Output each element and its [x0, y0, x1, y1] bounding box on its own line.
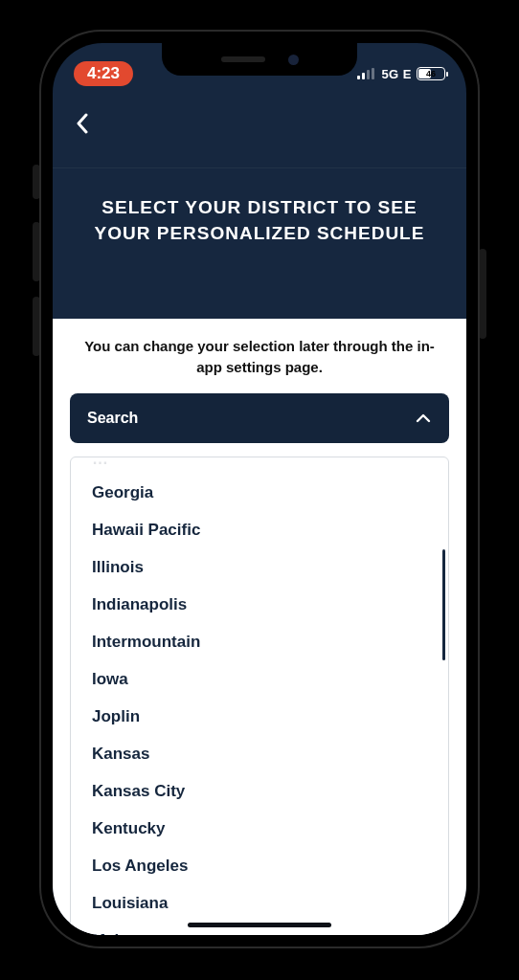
device-frame: 4:23 5G E 46 — [39, 30, 480, 948]
list-item[interactable]: Indianapolis — [92, 587, 427, 624]
list-item[interactable]: Louisiana — [92, 885, 427, 923]
list-item[interactable]: Kansas City — [92, 773, 427, 811]
hint-text: You can change your selection later thro… — [70, 332, 449, 393]
device-power-button — [479, 249, 486, 339]
nav-bar — [53, 93, 466, 154]
device-notch — [162, 43, 357, 76]
content-sheet: You can change your selection later thro… — [53, 319, 466, 935]
search-label: Search — [87, 410, 138, 427]
status-time-recording-pill[interactable]: 4:23 — [74, 61, 133, 86]
list-item[interactable]: Joplin — [92, 699, 427, 736]
back-button[interactable] — [66, 107, 99, 140]
page-heading: SELECT YOUR DISTRICT TO SEE YOUR PERSONA… — [53, 167, 466, 290]
list-item[interactable]: Illinois — [92, 549, 427, 587]
district-dropdown-panel: … Georgia Hawaii Pacific Illinois Indian… — [70, 457, 449, 936]
list-item[interactable]: Intermountain — [92, 624, 427, 661]
page-title: SELECT YOUR DISTRICT TO SEE YOUR PERSONA… — [78, 195, 441, 246]
cellular-signal-icon — [357, 68, 374, 79]
home-indicator[interactable] — [188, 923, 331, 927]
partial-previous-item: … — [92, 457, 108, 469]
front-camera — [288, 55, 299, 65]
list-item[interactable]: Los Angeles — [92, 848, 427, 885]
list-item[interactable]: Hawaii Pacific — [92, 512, 427, 549]
battery-percent: 46 — [426, 69, 436, 78]
scrollbar-track[interactable] — [440, 467, 445, 936]
status-right-cluster: 5G E 46 — [357, 67, 445, 81]
scrollbar-thumb[interactable] — [442, 549, 445, 660]
list-item[interactable]: Kentucky — [92, 811, 427, 848]
earpiece — [221, 56, 265, 62]
list-item[interactable]: Kansas — [92, 736, 427, 773]
district-list[interactable]: Georgia Hawaii Pacific Illinois Indianap… — [71, 475, 448, 936]
status-time: 4:23 — [87, 64, 120, 83]
chevron-left-icon — [75, 113, 90, 134]
district-search-dropdown-toggle[interactable]: Search — [70, 393, 449, 443]
list-item[interactable]: Georgia — [92, 475, 427, 512]
battery-icon: 46 — [417, 67, 445, 80]
chevron-up-icon — [415, 410, 432, 427]
network-type-label: 5G E — [381, 67, 412, 81]
list-item[interactable]: Iowa — [92, 661, 427, 699]
screen: 4:23 5G E 46 — [53, 43, 466, 935]
